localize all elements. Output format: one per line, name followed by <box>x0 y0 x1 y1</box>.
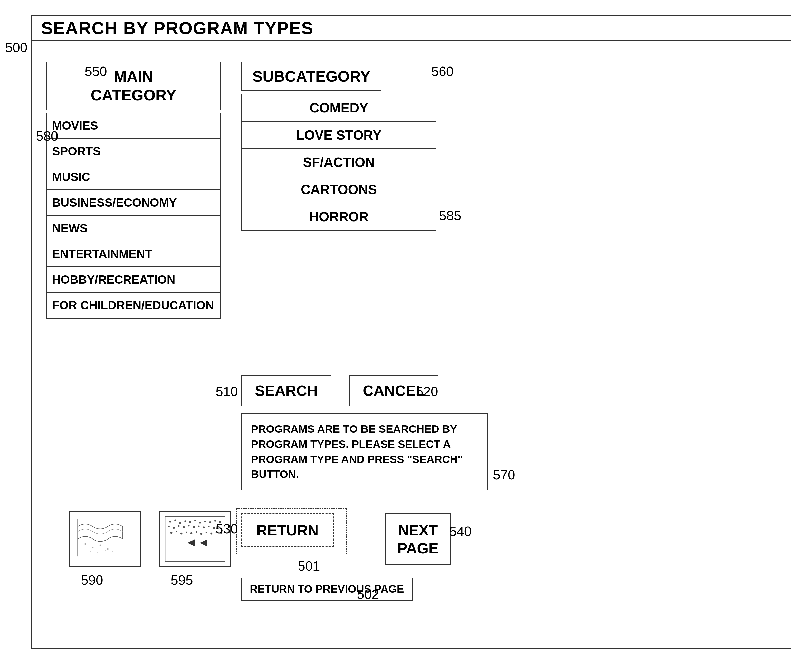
svg-point-12 <box>169 521 171 522</box>
right-column: SUBCATEGORY COMEDY LOVE STORY SF/ACTION … <box>241 62 781 231</box>
thumbnail-595: ◄◄ <box>159 511 231 567</box>
subcategory-item-horror[interactable]: HORROR <box>242 203 436 230</box>
svg-point-36 <box>181 532 182 535</box>
svg-point-7 <box>105 550 106 551</box>
svg-point-26 <box>183 526 185 528</box>
wavy-flag-icon <box>70 511 140 566</box>
svg-point-4 <box>107 548 109 550</box>
label-510: 510 <box>216 384 238 399</box>
svg-point-39 <box>195 531 197 533</box>
svg-point-15 <box>184 520 186 522</box>
subcategory-item-love-story[interactable]: LOVE STORY <box>242 121 436 148</box>
title-bar: SEARCH BY PROGRAM TYPES <box>31 15 791 41</box>
svg-point-20 <box>209 521 211 523</box>
label-560: 560 <box>431 63 454 79</box>
search-button[interactable]: SEARCH <box>241 375 332 406</box>
svg-point-42 <box>210 532 212 535</box>
category-item-entertainment[interactable]: ENTERTAINMENT <box>47 241 220 267</box>
svg-point-30 <box>203 526 205 529</box>
svg-point-31 <box>208 526 210 527</box>
main-category-header: MAINCATEGORY <box>46 62 221 111</box>
category-item-news[interactable]: NEWS <box>47 215 220 241</box>
svg-point-16 <box>189 521 191 523</box>
label-585: 585 <box>439 208 461 223</box>
svg-point-17 <box>194 520 196 521</box>
category-item-hobby[interactable]: HOBBY/RECREATION <box>47 267 220 292</box>
svg-point-37 <box>186 532 187 533</box>
svg-point-14 <box>179 522 181 524</box>
svg-point-25 <box>178 526 180 527</box>
label-580: 580 <box>36 129 58 144</box>
left-column: MAINCATEGORY MOVIES SPORTS MUSIC BUSINES… <box>46 62 221 319</box>
next-page-button[interactable]: NEXTPAGE <box>385 513 451 565</box>
svg-point-5 <box>90 551 91 552</box>
svg-point-34 <box>171 532 172 534</box>
label-530: 530 <box>216 521 238 536</box>
category-item-children[interactable]: FOR CHILDREN/EDUCATION <box>47 292 220 318</box>
page-title: SEARCH BY PROGRAM TYPES <box>41 18 314 38</box>
label-550: 550 <box>85 63 107 79</box>
subcategory-item-cartoons[interactable]: CARTOONS <box>242 176 436 203</box>
svg-point-8 <box>112 551 113 552</box>
svg-point-18 <box>199 522 201 524</box>
svg-point-35 <box>176 531 177 532</box>
label-595: 595 <box>171 572 193 588</box>
svg-point-2 <box>92 547 93 548</box>
svg-point-38 <box>190 532 192 534</box>
content-area: MAINCATEGORY MOVIES SPORTS MUSIC BUSINES… <box>31 41 791 649</box>
svg-point-6 <box>97 552 98 553</box>
subcategory-item-sf-action[interactable]: SF/ACTION <box>242 148 436 176</box>
label-502: 502 <box>357 586 379 602</box>
svg-point-40 <box>200 533 202 535</box>
svg-point-28 <box>193 526 195 528</box>
label-520: 520 <box>416 384 438 399</box>
category-item-movies[interactable]: MOVIES <box>47 113 220 138</box>
category-item-business[interactable]: BUSINESS/ECONOMY <box>47 189 220 215</box>
label-540: 540 <box>449 524 472 539</box>
return-button[interactable]: RETURN <box>241 513 334 547</box>
info-box: PROGRAMS ARE TO BE SEARCHED BY PROGRAM T… <box>241 413 488 490</box>
category-item-music[interactable]: MUSIC <box>47 164 220 189</box>
category-list: MOVIES SPORTS MUSIC BUSINESS/ECONOMY NEW… <box>46 113 221 319</box>
svg-point-13 <box>174 519 176 521</box>
svg-rect-0 <box>70 511 140 566</box>
label-590: 590 <box>81 572 103 588</box>
category-item-sports[interactable]: SPORTS <box>47 138 220 164</box>
label-501: 501 <box>298 558 320 574</box>
label-570: 570 <box>493 467 515 483</box>
subcategory-header: SUBCATEGORY <box>241 62 381 91</box>
svg-point-32 <box>213 527 215 529</box>
svg-point-3 <box>99 544 101 546</box>
svg-point-1 <box>85 544 86 545</box>
subcategory-list: COMEDY LOVE STORY SF/ACTION CARTOONS HOR… <box>241 94 436 231</box>
svg-point-23 <box>168 526 170 527</box>
svg-point-29 <box>198 526 200 527</box>
thumbnail-590 <box>69 511 141 567</box>
svg-point-41 <box>206 532 207 533</box>
subcategory-item-comedy[interactable]: COMEDY <box>242 94 436 121</box>
svg-text:◄◄: ◄◄ <box>185 535 210 549</box>
svg-point-24 <box>173 527 175 529</box>
dotted-thumbnail-icon: ◄◄ <box>160 511 230 566</box>
label-500: 500 <box>5 40 28 55</box>
svg-point-27 <box>188 525 190 527</box>
return-to-previous-page-label: RETURN TO PREVIOUS PAGE <box>241 578 413 601</box>
svg-point-19 <box>204 521 206 522</box>
